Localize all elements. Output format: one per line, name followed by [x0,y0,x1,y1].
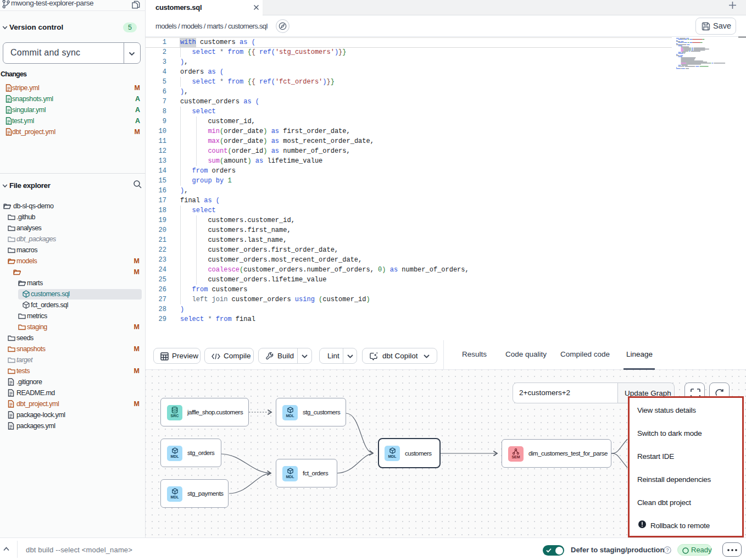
svg-text:?: ? [666,547,669,553]
